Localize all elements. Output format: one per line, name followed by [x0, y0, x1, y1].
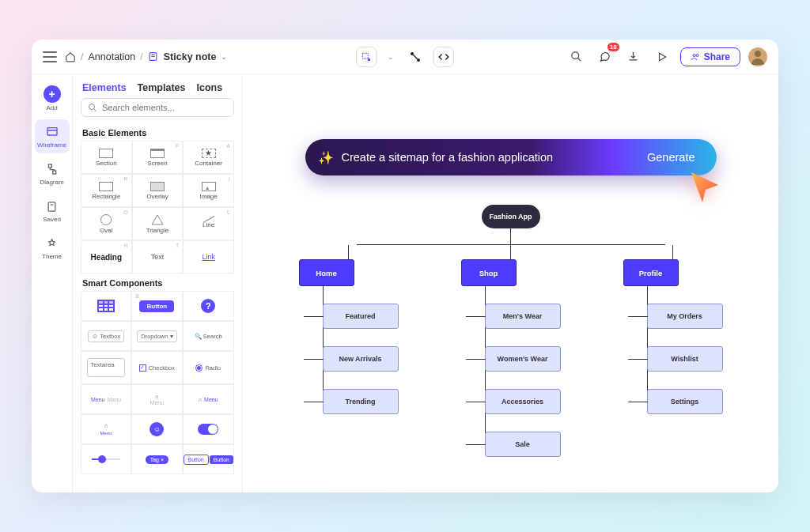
selection-tool-icon[interactable]: [356, 47, 377, 67]
share-label: Share: [704, 51, 730, 62]
search-icon: [88, 103, 97, 112]
prompt-text[interactable]: Create a sitemap for a fashion applicati…: [342, 151, 630, 164]
breadcrumb-item[interactable]: Annotation: [88, 51, 135, 62]
element-screen[interactable]: FScreen: [132, 141, 184, 174]
search-icon[interactable]: [566, 47, 587, 67]
element-section[interactable]: Section: [81, 141, 132, 174]
rail-wireframe[interactable]: Wireframe: [35, 119, 70, 153]
sitemap-child[interactable]: Men's Wear: [485, 304, 561, 329]
component-menu-icons[interactable]: ⌂Menu: [131, 384, 182, 414]
svg-rect-9: [47, 128, 57, 135]
tab-icons[interactable]: Icons: [197, 82, 223, 93]
svg-rect-11: [52, 171, 55, 174]
sitemap-node-profile[interactable]: Profile: [623, 259, 679, 286]
comments-icon[interactable]: [595, 47, 615, 67]
component-help[interactable]: ?: [183, 291, 235, 321]
rail-theme[interactable]: Theme: [35, 231, 70, 265]
play-icon[interactable]: [652, 47, 672, 67]
svg-point-7: [696, 54, 698, 56]
sitemap-child[interactable]: Wishlist: [647, 346, 723, 372]
saved-icon: [44, 198, 60, 214]
search-field[interactable]: [102, 103, 227, 112]
component-slider[interactable]: [81, 444, 131, 474]
component-search[interactable]: 🔍 Search: [183, 321, 235, 351]
component-textbox[interactable]: ☺Textbox: [81, 321, 131, 351]
rail-label: Theme: [42, 253, 62, 260]
rail-label: Wireframe: [37, 141, 66, 149]
sitemap-node-home[interactable]: Home: [299, 259, 354, 286]
component-avatar[interactable]: ☺: [131, 414, 182, 444]
component-dropdown[interactable]: Dropdown ▾: [131, 321, 182, 351]
sitemap-child[interactable]: Featured: [323, 304, 399, 329]
ai-prompt-bar: ✨ Create a sitemap for a fashion applica…: [305, 139, 717, 175]
rail-saved[interactable]: Saved: [35, 194, 70, 228]
note-icon: [148, 51, 159, 62]
element-heading[interactable]: HHeading: [81, 240, 132, 274]
element-text[interactable]: TText: [132, 240, 184, 274]
triangle-icon: [151, 214, 164, 225]
slider-icon: [92, 458, 120, 460]
topbar: / Annotation / Sticky note ⌄ ⌄: [32, 40, 778, 74]
download-icon[interactable]: [623, 47, 644, 67]
avatar[interactable]: [748, 47, 767, 66]
element-triangle[interactable]: Triangle: [132, 207, 184, 240]
component-table[interactable]: [81, 291, 131, 321]
sitemap-child[interactable]: My Orders: [647, 304, 723, 329]
element-link[interactable]: Link: [183, 240, 234, 274]
sitemap-child[interactable]: Trending: [323, 389, 399, 414]
svg-point-13: [89, 104, 95, 110]
app-body: + Add Wireframe Diagram Saved Theme: [32, 74, 778, 492]
element-oval[interactable]: OOval: [81, 207, 132, 240]
plus-icon: +: [44, 85, 61, 103]
element-line[interactable]: LLine: [183, 207, 234, 240]
svg-point-6: [693, 54, 695, 56]
canvas[interactable]: ✨ Create a sitemap for a fashion applica…: [243, 74, 778, 492]
sitemap-node-shop[interactable]: Shop: [461, 259, 517, 286]
component-menu-v[interactable]: ⌂Menu: [183, 384, 235, 414]
element-container[interactable]: A★Container: [183, 141, 234, 174]
breadcrumb-current[interactable]: Sticky note: [164, 51, 217, 62]
sitemap-root[interactable]: Fashion App: [482, 205, 540, 228]
rail-label: Saved: [43, 216, 61, 223]
search-input[interactable]: [81, 98, 234, 117]
cursor-icon: [687, 169, 723, 206]
component-radio[interactable]: Radio: [183, 351, 235, 384]
rail-diagram[interactable]: Diagram: [35, 157, 70, 191]
component-tag[interactable]: Tag ×: [131, 444, 182, 474]
element-overlay[interactable]: Overlay: [132, 174, 184, 207]
sitemap-child[interactable]: Settings: [647, 389, 723, 414]
topbar-center: ⌄: [356, 47, 454, 67]
svg-rect-1: [362, 53, 368, 58]
component-menu-small[interactable]: ⌂Menu: [81, 414, 131, 444]
sitemap-branch-home: Home Featured New Arrivals Trending: [290, 245, 408, 457]
sitemap-child[interactable]: Accessories: [485, 389, 561, 414]
menu-icon[interactable]: [43, 51, 57, 62]
chevron-down-icon[interactable]: ⌄: [221, 52, 227, 61]
component-menu-h[interactable]: MenuMenu: [81, 384, 131, 414]
component-textarea[interactable]: Textarea: [81, 351, 131, 384]
home-icon[interactable]: [65, 51, 76, 62]
svg-point-8: [755, 51, 761, 57]
tab-elements[interactable]: Elements: [82, 82, 127, 93]
element-rectangle[interactable]: RRectangle: [81, 174, 132, 207]
component-button[interactable]: BButton: [131, 291, 182, 321]
sitemap-child[interactable]: Sale: [485, 432, 561, 457]
svg-rect-12: [48, 202, 55, 210]
component-toggle[interactable]: [183, 414, 235, 444]
svg-point-2: [368, 58, 369, 60]
element-image[interactable]: IImage: [183, 174, 234, 207]
sitemap-diagram: Fashion App Home Featured New Arrivals T…: [282, 205, 740, 457]
rail-add[interactable]: + Add: [35, 81, 70, 116]
sitemap-child[interactable]: Women's Wear: [485, 346, 561, 372]
section-basic-title: Basic Elements: [73, 123, 242, 141]
share-button[interactable]: Share: [680, 47, 740, 66]
sitemap-child[interactable]: New Arrivals: [323, 346, 399, 372]
tab-templates[interactable]: Templates: [138, 82, 186, 93]
component-button-group[interactable]: ButtonButton: [183, 444, 235, 474]
dropdown-small-icon[interactable]: ⌄: [384, 47, 397, 67]
breadcrumb: / Annotation / Sticky note ⌄: [65, 51, 227, 62]
code-icon[interactable]: [433, 47, 454, 67]
component-checkbox[interactable]: ✓Checkbox: [131, 351, 182, 384]
connect-icon[interactable]: [405, 47, 426, 67]
svg-point-5: [572, 52, 579, 59]
